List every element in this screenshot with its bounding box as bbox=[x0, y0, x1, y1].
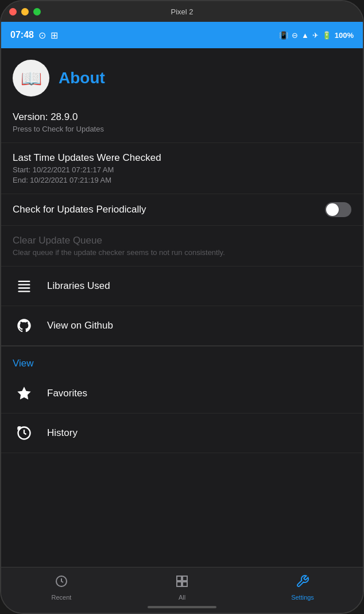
app-icon: 📖 bbox=[13, 60, 49, 96]
traffic-lights bbox=[9, 8, 41, 16]
nav-settings[interactable]: Settings bbox=[242, 574, 363, 601]
last-checked-item: Last Time Updates Were Checked Start: 10… bbox=[1, 143, 363, 194]
svg-rect-2 bbox=[18, 287, 30, 288]
favorites-item[interactable]: Favorites bbox=[1, 374, 363, 414]
svg-rect-3 bbox=[18, 291, 30, 292]
airplane-icon: ✈ bbox=[312, 31, 319, 40]
end-time: End: 10/22/2021 07:21:19 AM bbox=[13, 176, 351, 184]
github-label: View on Github bbox=[47, 320, 113, 331]
clear-queue-item: Clear Update Queue Clear queue if the up… bbox=[1, 226, 363, 267]
svg-rect-9 bbox=[183, 582, 187, 586]
home-indicator bbox=[148, 606, 216, 608]
periodic-check-row[interactable]: Check for Updates Periodically bbox=[1, 194, 363, 226]
last-checked-title: Last Time Updates Were Checked bbox=[13, 152, 351, 164]
nav-recent[interactable]: Recent bbox=[1, 574, 122, 601]
status-time: 07:48 bbox=[10, 30, 34, 40]
version-item[interactable]: Version: 28.9.0 Press to Check for Updat… bbox=[1, 102, 363, 143]
minus-circle-icon: ⊖ bbox=[292, 31, 298, 40]
minimize-button[interactable] bbox=[21, 8, 29, 16]
svg-rect-6 bbox=[177, 576, 181, 581]
start-time: Start: 10/22/2021 07:21:17 AM bbox=[13, 165, 351, 174]
github-icon bbox=[13, 314, 36, 337]
close-button[interactable] bbox=[9, 8, 17, 16]
status-left: 07:48 ⊙ ⊞ bbox=[10, 30, 58, 41]
svg-rect-8 bbox=[177, 582, 181, 586]
maximize-button[interactable] bbox=[33, 8, 41, 16]
main-content: 📖 About Version: 28.9.0 Press to Check f… bbox=[1, 48, 363, 567]
version-subtitle: Press to Check for Updates bbox=[13, 125, 351, 133]
book-icon: 📖 bbox=[21, 68, 42, 88]
circle-icon: ⊙ bbox=[38, 30, 46, 41]
nav-all[interactable]: All bbox=[122, 574, 242, 601]
github-item[interactable]: View on Github bbox=[1, 306, 363, 346]
all-label: All bbox=[179, 594, 185, 601]
status-icons: 📳 ⊖ ▲ ✈ 🔋 100% bbox=[279, 31, 354, 40]
all-icon bbox=[175, 574, 189, 592]
history-icon bbox=[13, 422, 36, 445]
svg-rect-0 bbox=[18, 281, 30, 282]
toggle-thumb bbox=[326, 203, 339, 216]
settings-icon bbox=[296, 574, 309, 592]
libraries-item[interactable]: Libraries Used bbox=[1, 267, 363, 306]
content-spacer bbox=[1, 453, 363, 567]
recent-label: Recent bbox=[52, 594, 72, 601]
about-header: 📖 About bbox=[1, 48, 363, 102]
window-title: Pixel 2 bbox=[171, 7, 193, 16]
svg-rect-1 bbox=[18, 284, 30, 285]
battery-percent: 100% bbox=[335, 31, 354, 40]
favorites-label: Favorites bbox=[47, 388, 87, 399]
libraries-label: Libraries Used bbox=[47, 280, 110, 292]
periodic-check-toggle[interactable] bbox=[325, 202, 351, 217]
wifi-icon: ▲ bbox=[301, 31, 309, 40]
phone-frame: Pixel 2 07:48 ⊙ ⊞ 📳 ⊖ ▲ ✈ 🔋 100% 📖 About bbox=[0, 0, 364, 614]
star-icon bbox=[13, 382, 36, 405]
periodic-check-label: Check for Updates Periodically bbox=[13, 204, 146, 215]
title-bar: Pixel 2 bbox=[1, 1, 363, 22]
clear-queue-subtitle: Clear queue if the update checker seems … bbox=[13, 248, 351, 257]
clear-queue-title: Clear Update Queue bbox=[13, 235, 351, 246]
libraries-icon bbox=[13, 275, 36, 298]
battery-icon: 🔋 bbox=[322, 31, 331, 40]
svg-rect-7 bbox=[183, 576, 187, 581]
vibrate-icon: 📳 bbox=[279, 31, 288, 40]
about-title: About bbox=[59, 69, 105, 87]
grid-icon: ⊞ bbox=[51, 30, 58, 41]
history-item[interactable]: History bbox=[1, 414, 363, 453]
status-bar: 07:48 ⊙ ⊞ 📳 ⊖ ▲ ✈ 🔋 100% bbox=[1, 22, 363, 48]
history-label: History bbox=[47, 427, 78, 439]
recent-icon bbox=[55, 574, 68, 592]
settings-label: Settings bbox=[291, 594, 314, 601]
view-section-label: View bbox=[1, 346, 363, 374]
version-title: Version: 28.9.0 bbox=[13, 111, 351, 123]
